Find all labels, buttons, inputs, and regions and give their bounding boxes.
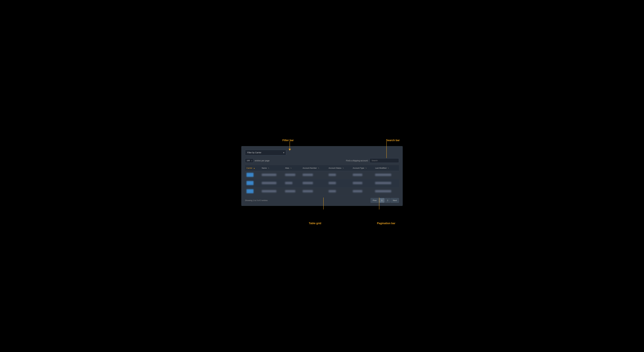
- cell-acct-type-3-value: [353, 190, 362, 192]
- cell-acct-num-2-value: [303, 182, 313, 184]
- table-row: [245, 179, 399, 187]
- annotation-pagination-bar-label: Pagination bar: [377, 222, 395, 225]
- cell-alias-1: [284, 171, 301, 179]
- page-1-button[interactable]: 1: [379, 198, 384, 203]
- cell-alias-2: [284, 179, 301, 187]
- cell-name-3-value: [262, 190, 276, 192]
- col-header-account-status[interactable]: Account Status ⇅: [327, 165, 351, 171]
- page-2-button[interactable]: 2: [385, 198, 390, 203]
- carrier-logo-3: [246, 189, 254, 193]
- cell-last-mod-3-value: [375, 190, 391, 192]
- cell-last-modified-2: [374, 179, 399, 187]
- search-account-label: Find a shipping account:: [346, 160, 368, 162]
- sort-icon-account-number: ⇅: [318, 167, 319, 169]
- controls-left: 100 entries per page: [245, 159, 270, 163]
- next-button[interactable]: Next: [390, 198, 399, 203]
- cell-acct-status-3-value: [328, 190, 336, 192]
- cell-name-2-value: [262, 182, 276, 184]
- cell-name-3: [260, 187, 284, 196]
- per-page-wrapper: 100: [245, 159, 254, 163]
- cell-name-2: [260, 179, 284, 187]
- filter-by-carrier-select[interactable]: Filter by Carrier: [245, 150, 286, 155]
- footer-row: Showing 1 to 3 of 3 entries Prev 1 2 Nex…: [245, 198, 399, 203]
- annotation-search-bar-label: Search bar: [386, 139, 400, 142]
- showing-entries-text: Showing 1 to 3 of 3 entries: [245, 199, 268, 201]
- search-input[interactable]: [370, 158, 399, 163]
- entries-per-page-label: entries per page: [255, 160, 270, 162]
- cell-acct-num-3-value: [303, 190, 313, 192]
- cell-acct-type-1-value: [353, 174, 362, 176]
- col-header-account-type[interactable]: Account Type ⇅: [351, 165, 374, 171]
- data-table: Carrier ▲ Name ⇅ Alias ⇅ Account Number …: [245, 165, 399, 196]
- cell-last-mod-2-value: [375, 182, 391, 184]
- carrier-logo-1: [246, 173, 254, 177]
- controls-row: 100 entries per page Find a shipping acc…: [245, 158, 399, 163]
- cell-account-number-1: [301, 171, 327, 179]
- cell-account-number-3: [301, 187, 327, 196]
- table-row: [245, 171, 399, 179]
- sort-icon-carrier: ▲: [254, 167, 255, 169]
- main-panel: Filter by Carrier 100 entries per page F…: [241, 146, 403, 206]
- cell-alias-1-value: [285, 174, 295, 176]
- cell-alias-2-value: [285, 182, 292, 184]
- table-row: [245, 187, 399, 196]
- cell-account-status-1: [327, 171, 351, 179]
- col-header-name[interactable]: Name ⇅: [260, 165, 284, 171]
- cell-carrier-3: [245, 187, 260, 196]
- cell-alias-3: [284, 187, 301, 196]
- cell-acct-status-2-value: [328, 182, 336, 184]
- per-page-select[interactable]: 100: [245, 159, 254, 163]
- sort-icon-account-status: ⇅: [342, 167, 344, 169]
- col-header-last-modified[interactable]: Last Modified ⇅: [374, 165, 399, 171]
- cell-last-modified-3: [374, 187, 399, 196]
- carrier-logo-2: [246, 181, 254, 185]
- sort-icon-last-modified: ⇅: [388, 167, 389, 169]
- sort-icon-alias: ⇅: [290, 167, 292, 169]
- cell-account-type-2: [351, 179, 374, 187]
- annotation-filter-bar-label: Filter bar: [282, 139, 294, 142]
- cell-account-number-2: [301, 179, 327, 187]
- cell-name-1-value: [262, 174, 276, 176]
- cell-last-mod-1-value: [375, 174, 391, 176]
- controls-right: Find a shipping account:: [346, 158, 399, 163]
- filter-bar: Filter by Carrier: [245, 150, 399, 155]
- cell-carrier-1: [245, 171, 260, 179]
- col-header-account-number[interactable]: Account Number ⇅: [301, 165, 327, 171]
- cell-account-status-3: [327, 187, 351, 196]
- sort-icon-name: ⇅: [268, 167, 269, 169]
- sort-icon-account-type: ⇅: [366, 167, 367, 169]
- cell-acct-type-2-value: [353, 182, 362, 184]
- cell-carrier-2: [245, 179, 260, 187]
- cell-acct-status-1-value: [328, 174, 336, 176]
- col-header-alias[interactable]: Alias ⇅: [284, 165, 301, 171]
- prev-button[interactable]: Prev: [370, 198, 379, 203]
- cell-account-status-2: [327, 179, 351, 187]
- cell-last-modified-1: [374, 171, 399, 179]
- cell-acct-num-1-value: [303, 174, 313, 176]
- cell-account-type-3: [351, 187, 374, 196]
- pagination-bar: Prev 1 2 Next: [370, 198, 399, 203]
- cell-alias-3-value: [285, 190, 295, 192]
- cell-name-1: [260, 171, 284, 179]
- cell-account-type-1: [351, 171, 374, 179]
- filter-carrier-wrapper: Filter by Carrier: [245, 150, 286, 155]
- annotation-table-grid-label: Table grid: [309, 222, 321, 225]
- col-header-carrier[interactable]: Carrier ▲: [245, 165, 260, 171]
